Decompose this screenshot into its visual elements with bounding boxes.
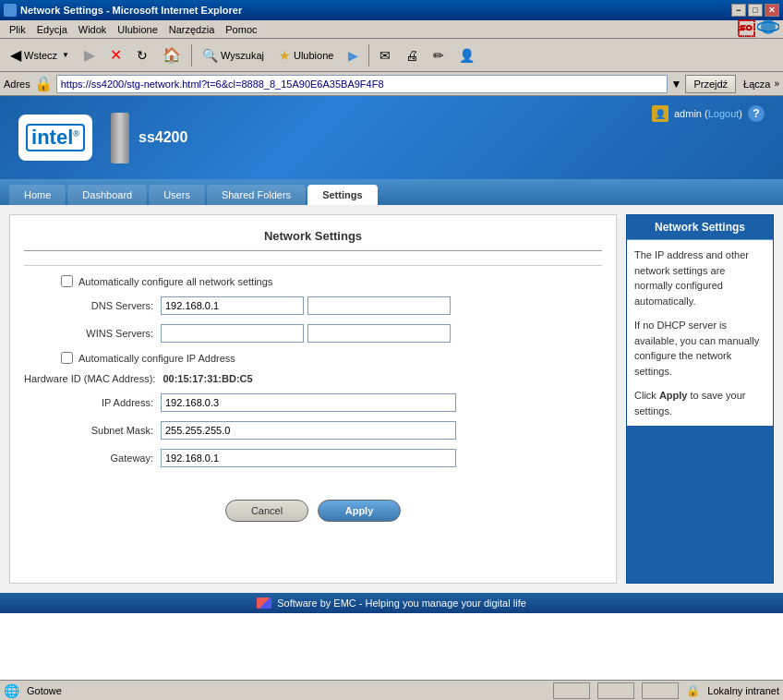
help-panel-title: Network Settings <box>627 215 773 240</box>
intel-logo-text: intel® <box>26 124 85 151</box>
gateway-input[interactable] <box>161 449 456 467</box>
tab-shared-folders[interactable]: Shared Folders <box>207 185 306 205</box>
auto-ip-label: Automatically configure IP Address <box>78 353 235 364</box>
menu-ulubione[interactable]: Ulubione <box>112 22 163 37</box>
help-panel: Network Settings The IP address and othe… <box>626 214 774 584</box>
nav-tabs: Home Dashboard Users Shared Folders Sett… <box>0 179 783 205</box>
user-text: admin (Logout) <box>674 108 742 119</box>
mac-value: 00:15:17:31:BD:C5 <box>163 373 252 384</box>
device-name: ss4200 <box>139 129 187 146</box>
maximize-button[interactable]: □ <box>748 4 763 17</box>
content-area: Network Settings Automatically configure… <box>0 205 783 593</box>
back-dropdown-icon[interactable]: ▼ <box>62 51 69 59</box>
wins-input2[interactable] <box>307 324 451 343</box>
wins-row: WINS Servers: <box>24 324 602 343</box>
toolbar: ◀ Wstecz ▼ ▶ ✕ ↻ 🏠 🔍 Wyszukaj ★ Ulubione… <box>0 39 783 72</box>
zone-text: Lokalny intranet <box>707 685 779 696</box>
help-button[interactable]: ? <box>748 105 765 122</box>
dropdown-arrow-icon[interactable]: ▼ <box>671 78 682 91</box>
stop-button[interactable]: ✕ <box>103 42 128 68</box>
favorites-button[interactable]: ★ Ulubione <box>272 42 340 68</box>
main-panel: Network Settings Automatically configure… <box>9 214 617 584</box>
back-label: Wstecz <box>24 50 57 61</box>
search-button[interactable]: 🔍 Wyszukaj <box>196 42 271 68</box>
address-label: Adres <box>4 78 30 90</box>
mail-button[interactable]: ✉ <box>373 42 397 68</box>
menu-edycja[interactable]: Edycja <box>31 22 73 37</box>
toolbar-separator2 <box>368 44 369 66</box>
search-icon: 🔍 <box>202 48 218 63</box>
menu-pomoc[interactable]: Pomoc <box>220 22 262 37</box>
device-icon <box>111 113 129 163</box>
auto-configure-row: Automatically configure all network sett… <box>24 275 602 287</box>
ip-input[interactable] <box>161 393 456 412</box>
status-block1 <box>553 682 590 699</box>
tab-dashboard[interactable]: Dashboard <box>67 185 147 205</box>
subnet-label: Subnet Mask: <box>24 425 153 436</box>
status-right: 🔒 Lokalny intranet <box>553 682 779 699</box>
title-bar: Network Settings - Microsoft Internet Ex… <box>0 0 783 20</box>
ip-label: IP Address: <box>24 397 153 408</box>
auto-ip-row: Automatically configure IP Address <box>24 352 602 364</box>
nas-device: ss4200 <box>111 113 187 163</box>
ie-logo-icon <box>757 18 779 35</box>
menu-plik[interactable]: Plik <box>4 22 31 37</box>
tab-users[interactable]: Users <box>149 185 205 205</box>
footer-text: Software by EMC - Helping you manage you… <box>277 597 526 609</box>
edit-button[interactable]: ✏ <box>427 42 451 68</box>
status-block2 <box>597 682 634 699</box>
mail-icon: ✉ <box>379 48 391 63</box>
links-arrow-icon: » <box>774 78 779 89</box>
gateway-row: Gateway: <box>24 449 602 467</box>
panel-title: Network Settings <box>24 229 602 251</box>
forward-arrow-icon: ▶ <box>84 46 95 64</box>
edit-icon: ✏ <box>433 48 444 63</box>
dns-row: DNS Servers: <box>24 296 602 315</box>
dns-input2[interactable] <box>307 296 451 315</box>
dns-label: DNS Servers: <box>24 300 153 311</box>
menu-widok[interactable]: Widok <box>73 22 113 37</box>
links-label: Łącza <box>743 78 770 90</box>
subnet-row: Subnet Mask: <box>24 421 602 440</box>
buttons-row: Cancel Apply <box>24 486 602 536</box>
home-icon: 🏠 <box>163 46 181 64</box>
tab-home[interactable]: Home <box>9 185 66 205</box>
intel-logo: intel® <box>18 115 92 161</box>
forward-button[interactable]: ▶ <box>78 42 102 68</box>
wins-label: WINS Servers: <box>24 328 153 339</box>
user-symbol: 👤 <box>655 109 666 119</box>
wins-input1[interactable] <box>161 324 304 343</box>
apply-button[interactable]: Apply <box>318 500 401 522</box>
close-button[interactable]: ✕ <box>765 4 779 17</box>
subnet-input[interactable] <box>161 421 456 440</box>
help-text3: Click Apply to save your settings. <box>634 388 765 418</box>
go-button[interactable]: Przejdź <box>685 75 736 93</box>
logout-link[interactable]: Logout <box>708 108 740 119</box>
auto-ip-checkbox[interactable] <box>61 352 73 364</box>
print-button[interactable]: 🖨 <box>399 42 425 68</box>
media-button[interactable]: ▶ <box>342 42 365 68</box>
minimize-button[interactable]: − <box>731 4 746 17</box>
stop-icon: ✕ <box>110 46 122 64</box>
refresh-icon: ↻ <box>137 48 148 63</box>
mac-label: Hardware ID (MAC Address): <box>24 373 155 384</box>
discuss-button[interactable]: 👤 <box>452 42 481 68</box>
ie-logo-icon:  <box>738 20 754 39</box>
lock-icon: 🔒 <box>686 684 700 697</box>
help-text1: The IP address and other network setting… <box>634 247 765 308</box>
ssl-icon: 🔒 <box>34 75 53 92</box>
refresh-button[interactable]: ↻ <box>130 42 154 68</box>
toolbar-separator <box>191 44 192 66</box>
auto-configure-checkbox[interactable] <box>61 275 73 287</box>
tab-settings[interactable]: Settings <box>307 185 377 205</box>
menu-narzedzia[interactable]: Narzędzia <box>163 22 221 37</box>
address-input[interactable] <box>56 75 668 93</box>
cancel-button[interactable]: Cancel <box>225 500 308 522</box>
dns-input1[interactable] <box>161 296 304 315</box>
window-title: Network Settings - Microsoft Internet Ex… <box>20 5 242 16</box>
browser-content: intel® ss4200 👤 admin (Logout) ? Home Da… <box>0 96 783 680</box>
back-button[interactable]: ◀ Wstecz ▼ <box>4 42 76 68</box>
home-button[interactable]: 🏠 <box>156 42 187 68</box>
ie-icon <box>4 4 17 17</box>
auto-configure-label: Automatically configure all network sett… <box>78 276 272 287</box>
